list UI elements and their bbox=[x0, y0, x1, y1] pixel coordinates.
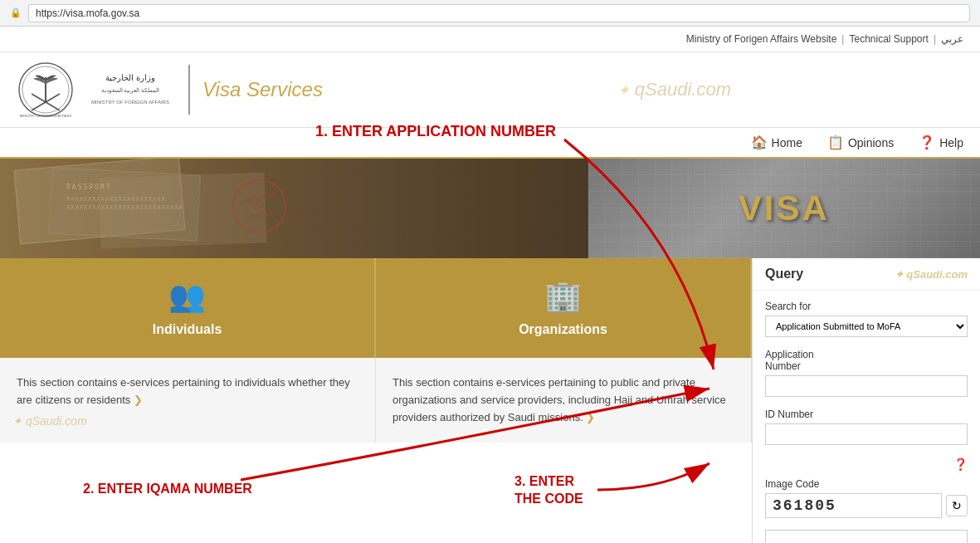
captcha-refresh-button[interactable]: ↻ bbox=[946, 495, 968, 516]
watermark-text-small: qSaudi.com bbox=[26, 414, 87, 428]
query-panel: Query ✦ qSaudi.com Search for Applicatio… bbox=[752, 258, 980, 543]
technical-support-link[interactable]: Technical Support bbox=[849, 33, 928, 45]
query-watermark-star: ✦ bbox=[895, 268, 904, 281]
query-header: Query ✦ qSaudi.com bbox=[753, 258, 980, 291]
info-box-individuals: This section contains e-services pertain… bbox=[0, 358, 376, 443]
individuals-info-text: This section contains e-services pertain… bbox=[17, 376, 350, 406]
search-for-label: Search for bbox=[765, 301, 968, 312]
service-card-organizations[interactable]: 🏢 Organizations bbox=[376, 258, 752, 358]
watermark-star-small: ✦ bbox=[12, 414, 22, 428]
id-number-label: ID Number bbox=[765, 408, 968, 420]
hero-overlay: PASSPORT P<XXXXXXXXXXXXXXXXXXXXX XXXXXXX… bbox=[0, 159, 980, 258]
query-help-icon[interactable]: ❓ bbox=[953, 457, 968, 471]
panels-area: 👥 Individuals 🏢 Organizations This secti… bbox=[0, 258, 752, 543]
arabic-link[interactable]: عربي bbox=[941, 33, 963, 45]
svg-text:MINISTRY OF FOREIGN AFFAIRS: MINISTRY OF FOREIGN AFFAIRS bbox=[20, 114, 72, 118]
svg-text:وزارة الخارجية: وزارة الخارجية bbox=[105, 73, 155, 83]
service-card-individuals[interactable]: 👥 Individuals bbox=[0, 258, 376, 358]
application-number-row: Application Number bbox=[765, 349, 968, 397]
id-number-row: ID Number bbox=[765, 408, 968, 445]
query-title: Query bbox=[765, 267, 803, 281]
opinions-icon: 📋 bbox=[827, 135, 844, 150]
info-box-organizations: This section contains e-services pertain… bbox=[376, 358, 752, 443]
hero-banner: PASSPORT P<XXXXXXXXXXXXXXXXXXXXX XXXXXXX… bbox=[0, 159, 980, 258]
individuals-icon: 👥 bbox=[168, 279, 206, 314]
divider-1: | bbox=[841, 33, 844, 45]
search-for-select[interactable]: Application Submitted to MoFA bbox=[765, 316, 968, 337]
emblem-logo: MINISTRY OF FOREIGN AFFAIRS bbox=[17, 61, 75, 119]
nav-help[interactable]: ❓ Help bbox=[919, 135, 963, 150]
watermark-qsaudi: ✦ qSaudi.com bbox=[617, 79, 731, 100]
logo-area: MINISTRY OF FOREIGN AFFAIRS وزارة الخارج… bbox=[17, 61, 176, 119]
query-form: Search for Application Submitted to MoFA… bbox=[753, 291, 980, 543]
nav-home[interactable]: 🏠 Home bbox=[751, 135, 802, 150]
ministry-link[interactable]: Ministry of Forigen Affairs Website bbox=[686, 33, 837, 45]
hero-passports-area: PASSPORT P<XXXXXXXXXXXXXXXXXXXXX XXXXXXX… bbox=[0, 159, 588, 258]
nav-opinions-label: Opinions bbox=[848, 136, 894, 149]
nav-opinions[interactable]: 📋 Opinions bbox=[827, 135, 894, 150]
captcha-display: 361805 bbox=[765, 493, 942, 518]
nav-bar: 🏠 Home 📋 Opinions ❓ Help bbox=[0, 128, 980, 159]
divider-2: | bbox=[934, 33, 936, 45]
url-text: https://visa.mofa.gov.sa bbox=[36, 7, 139, 19]
arabic-ministry-logo: وزارة الخارجية المملكة العربية السعودية … bbox=[85, 67, 176, 113]
captcha-input-row bbox=[765, 530, 968, 543]
image-code-label: Image Code bbox=[765, 478, 968, 490]
main-content: 👥 Individuals 🏢 Organizations This secti… bbox=[0, 258, 980, 543]
header-divider bbox=[188, 65, 190, 115]
organizations-icon: 🏢 bbox=[544, 279, 582, 314]
search-for-row: Search for Application Submitted to MoFA bbox=[765, 301, 968, 337]
browser-bar: 🔒 https://visa.mofa.gov.sa bbox=[0, 0, 980, 27]
organizations-info-text: This section contains e-services pertain… bbox=[392, 376, 726, 423]
svg-text:MINISTRY OF FOREIGN AFFAIRS: MINISTRY OF FOREIGN AFFAIRS bbox=[91, 100, 169, 105]
organizations-label: Organizations bbox=[519, 322, 607, 337]
watermark-text: qSaudi.com bbox=[635, 79, 731, 100]
image-code-row: Image Code 361805 ↻ bbox=[765, 478, 968, 518]
info-boxes: This section contains e-services pertain… bbox=[0, 358, 752, 443]
help-icon-nav: ❓ bbox=[919, 135, 935, 150]
watermark-individuals: ✦ qSaudi.com bbox=[12, 412, 87, 430]
home-icon: 🏠 bbox=[751, 135, 768, 150]
top-links-bar: Ministry of Forigen Affairs Website | Te… bbox=[0, 27, 980, 52]
service-cards: 👥 Individuals 🏢 Organizations bbox=[0, 258, 752, 358]
visa-services-title: Visa Services bbox=[202, 78, 323, 101]
hero-digital-area: VISA bbox=[588, 159, 980, 258]
application-number-input[interactable] bbox=[765, 375, 968, 397]
query-watermark-text: qSaudi.com bbox=[906, 268, 968, 281]
page-wrapper: 🔒 https://visa.mofa.gov.sa Ministry of F… bbox=[0, 0, 980, 543]
browser-url-bar[interactable]: https://visa.mofa.gov.sa bbox=[28, 4, 970, 22]
captcha-input[interactable] bbox=[765, 530, 968, 543]
individuals-info-link[interactable]: ❯ bbox=[134, 394, 143, 406]
application-number-label: Application Number bbox=[765, 349, 968, 372]
svg-text:المملكة العربية السعودية: المملكة العربية السعودية bbox=[101, 87, 160, 94]
id-number-input[interactable] bbox=[765, 423, 968, 445]
organizations-info-link[interactable]: ❯ bbox=[586, 411, 595, 423]
help-row: ❓ bbox=[765, 457, 968, 472]
captcha-row: 361805 ↻ bbox=[765, 493, 968, 518]
nav-home-label: Home bbox=[772, 136, 802, 149]
star-icon: ✦ bbox=[617, 82, 630, 99]
individuals-label: Individuals bbox=[153, 322, 222, 337]
lock-icon: 🔒 bbox=[10, 7, 22, 18]
nav-help-label: Help bbox=[939, 136, 963, 149]
query-watermark: ✦ qSaudi.com bbox=[895, 268, 968, 281]
main-header: MINISTRY OF FOREIGN AFFAIRS وزارة الخارج… bbox=[0, 52, 980, 128]
